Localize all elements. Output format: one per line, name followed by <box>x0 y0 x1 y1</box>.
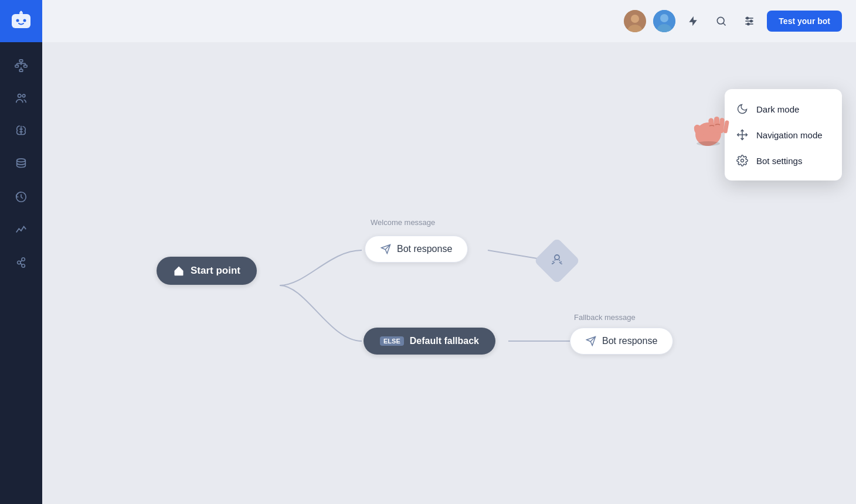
integrations-icon <box>15 256 28 269</box>
users-icon <box>15 92 28 105</box>
navigation-mode-label: Navigation mode <box>756 130 823 140</box>
agent-icon <box>550 253 564 269</box>
sidebar-item-database[interactable] <box>7 150 35 178</box>
svg-rect-0 <box>12 14 30 28</box>
svg-line-34 <box>723 23 726 26</box>
svg-line-26 <box>21 263 22 264</box>
svg-rect-52 <box>714 117 719 133</box>
bot-settings-label: Bot settings <box>756 156 802 166</box>
svg-rect-51 <box>708 118 715 134</box>
sidebar-item-analytics[interactable] <box>7 216 35 244</box>
main-area: Test your bot Start point Welcome messag… <box>42 0 856 504</box>
svg-point-33 <box>718 17 725 24</box>
svg-point-46 <box>555 255 559 260</box>
sidebar-item-history[interactable] <box>7 183 35 211</box>
search-icon-btn[interactable] <box>711 11 732 32</box>
sidebar-nav <box>7 42 35 504</box>
svg-rect-5 <box>19 60 23 62</box>
svg-point-28 <box>631 15 639 23</box>
send-icon <box>381 244 391 254</box>
canvas-area: Start point Welcome message Bot response <box>42 42 856 504</box>
dropdown-item-dark-mode[interactable]: Dark mode <box>725 96 842 122</box>
logo[interactable] <box>0 0 42 42</box>
avatar2-image <box>653 10 675 32</box>
history-icon <box>15 190 28 203</box>
svg-point-4 <box>21 11 22 13</box>
fallback-bot-response-node[interactable]: Bot response <box>570 328 673 355</box>
start-point-label: Start point <box>191 265 240 277</box>
svg-point-49 <box>694 120 723 148</box>
svg-point-39 <box>750 20 752 22</box>
sidebar-item-integrations[interactable] <box>7 248 35 277</box>
dark-mode-label: Dark mode <box>756 104 799 114</box>
fallback-bot-response-label: Bot response <box>602 336 657 346</box>
dropdown-item-bot-settings[interactable]: Bot settings <box>725 148 842 173</box>
svg-point-2 <box>23 19 26 22</box>
svg-point-16 <box>22 94 25 97</box>
svg-point-38 <box>746 17 748 19</box>
search-icon <box>715 15 727 27</box>
test-bot-button[interactable]: Test your bot <box>767 11 842 32</box>
default-fallback-node[interactable]: ELSE Default fallback <box>364 328 495 355</box>
welcome-bot-response-label: Bot response <box>397 244 452 254</box>
flash-icon <box>687 15 699 27</box>
svg-point-23 <box>22 258 25 261</box>
else-badge: ELSE <box>380 336 404 346</box>
header: Test your bot <box>42 0 856 42</box>
avatar-user2[interactable] <box>653 10 675 32</box>
dropdown-item-navigation-mode[interactable]: Navigation mode <box>725 122 842 148</box>
svg-point-31 <box>660 14 668 22</box>
moon-icon <box>736 103 748 115</box>
svg-point-22 <box>18 261 21 264</box>
svg-rect-43 <box>178 273 181 275</box>
svg-point-50 <box>692 123 705 138</box>
svg-rect-7 <box>24 65 28 67</box>
svg-point-24 <box>22 264 25 268</box>
svg-point-55 <box>697 141 720 146</box>
svg-rect-53 <box>719 118 725 134</box>
svg-point-20 <box>17 159 26 162</box>
avatar1-image <box>624 10 646 32</box>
welcome-bot-response-node[interactable]: Bot response <box>365 236 468 263</box>
svg-point-58 <box>741 159 744 162</box>
welcome-caption: Welcome message <box>371 218 435 227</box>
database-icon <box>15 158 28 171</box>
start-point-node[interactable]: Start point <box>157 257 257 285</box>
brain-icon <box>15 125 28 138</box>
fallback-caption: Fallback message <box>574 313 636 322</box>
analytics-icon <box>15 223 28 236</box>
avatar-user1[interactable] <box>624 10 646 32</box>
sidebar <box>0 0 42 504</box>
svg-point-1 <box>16 19 19 22</box>
sidebar-item-users[interactable] <box>7 84 35 113</box>
logo-icon <box>11 11 32 32</box>
svg-point-40 <box>748 23 749 25</box>
svg-rect-6 <box>15 65 19 67</box>
sliders-icon <box>743 15 755 27</box>
settings-icon-btn[interactable] <box>739 11 760 32</box>
svg-line-25 <box>21 260 22 261</box>
send-icon-2 <box>586 336 596 346</box>
move-icon <box>736 129 748 141</box>
sidebar-item-ai[interactable] <box>7 117 35 145</box>
dropdown-menu: Dark mode Navigation mode Bot settings <box>725 89 842 181</box>
svg-rect-8 <box>19 69 23 71</box>
svg-point-15 <box>18 94 22 98</box>
org-chart-icon <box>15 59 28 72</box>
home-icon <box>173 265 185 277</box>
svg-line-41 <box>488 250 541 259</box>
gear-icon <box>736 155 748 166</box>
fallback-label: Default fallback <box>410 336 479 346</box>
flash-icon-btn[interactable] <box>682 11 704 32</box>
sidebar-item-org-chart[interactable] <box>7 52 35 80</box>
